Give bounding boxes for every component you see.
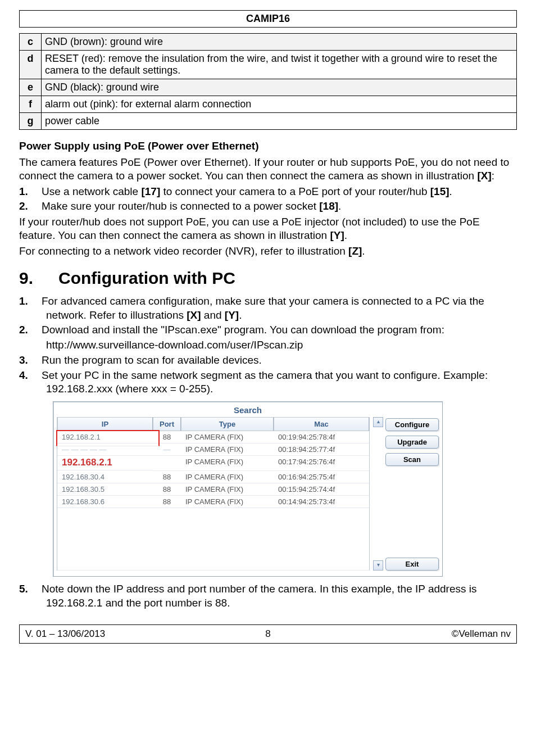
section-heading: 9.Configuration with PC (19, 269, 517, 288)
text: Use a network cable (42, 185, 141, 197)
def-text: GND (black): ground wire (42, 79, 517, 96)
table-row: eGND (black): ground wire (20, 79, 517, 96)
cell-port: — (153, 443, 181, 456)
def-letter: d (20, 51, 42, 79)
table-row[interactable]: 192.168.30.588IP CAMERA (FIX)00:15:94:25… (57, 483, 369, 496)
definitions-table: cGND (brown): ground wiredRESET (red): r… (19, 33, 517, 130)
cell-port: 88 (153, 483, 181, 496)
config-step-1: 1.For advanced camera configuration, mak… (19, 295, 517, 322)
config-steps: 1.For advanced camera configuration, mak… (19, 295, 517, 337)
cell-mac: 00:18:94:25:77:4f (274, 443, 369, 456)
text: . (449, 185, 452, 197)
cell-port: 88 (153, 496, 181, 508)
col-port[interactable]: Port (153, 417, 181, 431)
ref-17: [17] (141, 185, 160, 197)
scroll-up-icon[interactable]: ▴ (373, 417, 383, 427)
cell-ip: 192.168.30.5 (57, 483, 153, 496)
scroll-down-icon[interactable]: ▾ (373, 560, 383, 571)
text: and (201, 309, 225, 321)
cell-type: IP CAMERA (FIX) (181, 471, 274, 483)
def-letter: f (20, 96, 42, 113)
text: : (492, 170, 494, 182)
poe-para-1: The camera features PoE (Power over Ethe… (19, 156, 517, 183)
table-row[interactable]: 192.168.2.188IP CAMERA (FIX)00:19:94:25:… (57, 431, 369, 443)
cell-ip: 192.168.2.1 (57, 455, 153, 470)
configure-button[interactable]: Configure (385, 418, 439, 431)
text: Set your PC in the same network segment … (42, 369, 488, 395)
text: The camera features PoE (Power over Ethe… (19, 156, 509, 182)
table-row: dRESET (red): remove the insulation from… (20, 51, 517, 79)
search-window-title: Search (57, 404, 439, 417)
text: . (338, 200, 341, 212)
text: For connecting to a network video record… (19, 245, 348, 257)
cell-port: 88 (153, 471, 181, 483)
config-step-4: 4.Set your PC in the same network segmen… (19, 369, 517, 396)
table-row[interactable]: — — — — ——IP CAMERA (FIX)00:18:94:25:77:… (57, 443, 369, 456)
cell-type: IP CAMERA (FIX) (181, 483, 274, 496)
section-title: Configuration with PC (58, 269, 235, 287)
scrollbar[interactable]: ▴ ▾ (373, 417, 382, 571)
text: Note down the IP address and port number… (42, 583, 477, 608)
cell-ip: 192.168.2.1 (57, 431, 153, 443)
ref-z: [Z] (348, 245, 362, 257)
def-text: RESET (red): remove the insulation from … (42, 51, 517, 79)
search-grid: IP Port Type Mac 192.168.2.188IP CAMERA … (57, 417, 370, 571)
scan-button[interactable]: Scan (385, 453, 439, 466)
table-row: cGND (brown): ground wire (20, 34, 517, 51)
ref-y: [Y] (225, 309, 239, 321)
ref-15: [15] (430, 185, 449, 197)
config-step-5: 5.Note down the IP address and port numb… (19, 582, 517, 610)
config-step-2: 2.Download and install the "IPscan.exe" … (19, 323, 517, 337)
def-text: GND (brown): ground wire (42, 34, 517, 51)
text: Download and install the "IPscan.exe" pr… (42, 324, 444, 336)
grid-empty-area (57, 508, 369, 571)
config-steps-final: 5.Note down the IP address and port numb… (19, 582, 517, 610)
table-row[interactable]: 192.168.30.488IP CAMERA (FIX)00:16:94:25… (57, 471, 369, 483)
cell-type: IP CAMERA (FIX) (181, 496, 274, 508)
poe-para-3: For connecting to a network video record… (19, 245, 517, 258)
col-ip[interactable]: IP (57, 417, 153, 431)
col-type[interactable]: Type (181, 417, 274, 431)
def-text: alarm out (pink): for external alarm con… (42, 96, 517, 113)
poe-heading: Power Supply using PoE (Power over Ether… (19, 140, 517, 152)
ref-x: [X] (477, 170, 491, 182)
cell-type: IP CAMERA (FIX) (181, 443, 274, 456)
cell-mac: 00:17:94:25:76:4f (274, 456, 369, 471)
text: Make sure your router/hub is connected t… (42, 200, 319, 212)
page-footer: V. 01 – 13/06/2013 8 ©Velleman nv (19, 624, 517, 644)
cell-mac: 00:14:94:25:73:4f (274, 496, 369, 508)
footer-page-number: 8 (265, 628, 270, 640)
def-letter: c (20, 34, 42, 51)
ref-18: [18] (319, 200, 338, 212)
footer-copyright: ©Velleman nv (452, 628, 511, 640)
cell-port: 88 (153, 431, 181, 443)
section-number: 9. (19, 269, 58, 288)
def-text: power cable (42, 113, 517, 130)
cell-type: IP CAMERA (FIX) (181, 431, 274, 443)
config-step-3: 3.Run the program to scan for available … (19, 354, 517, 367)
col-mac[interactable]: Mac (274, 417, 369, 431)
text: . (362, 245, 365, 257)
search-window: Search IP Port Type Mac 192.168.2.188IP … (53, 401, 443, 577)
upgrade-button[interactable]: Upgrade (385, 436, 439, 449)
exit-button[interactable]: Exit (385, 558, 439, 571)
cell-port (153, 456, 181, 471)
poe-step-1: 1.Use a network cable [17] to connect yo… (19, 185, 517, 198)
text: . (239, 309, 242, 321)
table-row[interactable]: 192.168.30.688IP CAMERA (FIX)00:14:94:25… (57, 496, 369, 508)
text: Run the program to scan for available de… (42, 354, 262, 366)
poe-para-2: If your router/hub does not support PoE,… (19, 215, 517, 242)
table-row: falarm out (pink): for external alarm co… (20, 96, 517, 113)
table-row[interactable]: 192.168.2.1IP CAMERA (FIX)00:17:94:25:76… (57, 456, 369, 471)
cell-mac: 00:15:94:25:74:4f (274, 483, 369, 496)
def-letter: g (20, 113, 42, 130)
def-letter: e (20, 79, 42, 96)
text: to connect your camera to a PoE port of … (160, 185, 430, 197)
table-row: gpower cable (20, 113, 517, 130)
cell-ip: — — — — — (57, 443, 153, 456)
cell-ip: 192.168.30.4 (57, 471, 153, 483)
ref-x: [X] (187, 309, 201, 321)
poe-step-2: 2.Make sure your router/hub is connected… (19, 200, 517, 213)
download-url: http://www.surveillance-download.com/use… (46, 339, 517, 351)
grid-header: IP Port Type Mac (57, 417, 369, 431)
